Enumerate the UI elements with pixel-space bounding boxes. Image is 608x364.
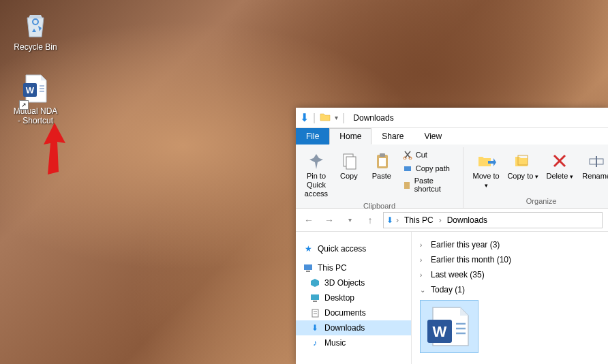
divider: |: [313, 112, 316, 124]
file-list-pane[interactable]: › Earlier this year (3) › Earlier this m…: [412, 232, 608, 364]
nav-desktop[interactable]: Desktop: [296, 290, 411, 305]
ribbon-group-clipboard: Pin to Quick access Copy Paste Cut: [296, 147, 463, 208]
down-arrow-icon: ⬇: [386, 215, 393, 225]
3d-objects-icon: [309, 277, 320, 288]
nav-downloads[interactable]: ⬇ Downloads: [296, 320, 411, 335]
breadcrumb-downloads[interactable]: Downloads: [444, 215, 490, 225]
nav-label: 3D Objects: [324, 278, 365, 288]
copy-icon: [338, 150, 360, 172]
nav-label: Quick access: [318, 244, 366, 254]
nav-recent-dropdown[interactable]: ▾: [342, 213, 357, 228]
documents-icon: [309, 307, 320, 318]
ribbon-tabs: File Home Share View: [296, 128, 608, 145]
chevron-right-icon: ›: [420, 271, 427, 279]
rename-button[interactable]: Rename: [579, 149, 608, 182]
svg-rect-20: [313, 301, 317, 302]
svg-rect-13: [404, 182, 410, 189]
chevron-right-icon: ›: [396, 215, 399, 225]
svg-text:W: W: [26, 85, 35, 95]
rename-icon: [586, 150, 607, 172]
annotation-arrow-icon: [41, 123, 68, 180]
ribbon-label: Paste: [372, 172, 391, 181]
svg-rect-17: [304, 264, 312, 270]
group-label: Last week (35): [431, 270, 485, 279]
ribbon-label: Rename: [582, 172, 608, 181]
delete-icon: [549, 150, 571, 172]
nav-label: Downloads: [324, 323, 365, 333]
ribbon-label: Copy to: [507, 172, 538, 181]
nav-this-pc[interactable]: This PC: [296, 260, 411, 275]
group-label: Today (1): [431, 285, 465, 294]
ribbon-group-label: Organize: [526, 196, 557, 207]
down-arrow-icon[interactable]: ⬇: [300, 111, 309, 124]
copy-path-button[interactable]: Copy path: [399, 162, 457, 175]
chevron-down-icon: ⌄: [420, 286, 427, 294]
breadcrumb-bar: ← → ▾ ↑ ⬇ › This PC › Downloads: [296, 209, 608, 232]
tab-view[interactable]: View: [414, 128, 452, 145]
music-icon: ♪: [309, 337, 320, 348]
pin-to-quick-access-button[interactable]: Pin to Quick access: [301, 149, 331, 200]
tab-file[interactable]: File: [296, 128, 329, 145]
svg-rect-8: [380, 153, 385, 157]
chevron-right-icon: ›: [439, 215, 442, 225]
nav-up-button[interactable]: ↑: [363, 213, 378, 228]
nav-music[interactable]: ♪ Music: [296, 335, 411, 350]
ribbon-label: Paste shortcut: [414, 177, 455, 193]
copy-to-icon: [512, 150, 534, 172]
tab-share[interactable]: Share: [371, 128, 414, 145]
shortcut-overlay-icon: ↗: [19, 100, 29, 110]
cut-icon: [402, 149, 413, 160]
file-item-word-doc[interactable]: W: [420, 300, 478, 353]
group-today[interactable]: ⌄ Today (1): [420, 282, 600, 297]
tab-home[interactable]: Home: [329, 128, 371, 145]
svg-rect-9: [379, 158, 386, 166]
nav-label: This PC: [318, 263, 347, 273]
group-label: Earlier this month (10): [431, 255, 511, 264]
ribbon-label: Pin to Quick access: [303, 172, 330, 199]
folder-icon: [320, 112, 331, 124]
downloads-icon: ⬇: [309, 322, 320, 333]
breadcrumb[interactable]: ⬇ › This PC › Downloads: [383, 212, 603, 228]
ribbon: Pin to Quick access Copy Paste Cut: [296, 145, 608, 209]
move-to-button[interactable]: Move to: [469, 149, 503, 191]
svg-rect-12: [404, 166, 411, 171]
nav-documents[interactable]: Documents: [296, 305, 411, 320]
ribbon-label: Move to: [470, 172, 502, 189]
svg-rect-6: [346, 157, 356, 169]
nav-label: Desktop: [324, 293, 354, 303]
desktop-icon-recycle-bin[interactable]: Recycle Bin: [10, 5, 61, 55]
title-bar[interactable]: ⬇ | ▾ | Downloads: [296, 108, 608, 128]
ribbon-label: Copy path: [416, 164, 450, 172]
copy-path-icon: [402, 163, 413, 174]
ribbon-label: Cut: [416, 151, 427, 159]
chevron-right-icon: ›: [420, 241, 427, 249]
pin-icon: [305, 150, 327, 172]
svg-rect-19: [311, 294, 319, 300]
paste-shortcut-icon: [402, 179, 412, 190]
ribbon-group-organize: Move to Copy to Delete Rename Organize: [463, 147, 608, 208]
breadcrumb-this-pc[interactable]: This PC: [401, 215, 436, 225]
nav-quick-access[interactable]: ★ Quick access: [296, 241, 411, 256]
desktop-icon-label: Recycle Bin: [14, 42, 57, 52]
desktop-icon: [309, 292, 320, 303]
nav-forward-button[interactable]: →: [322, 213, 337, 228]
group-last-week[interactable]: › Last week (35): [420, 267, 600, 282]
copy-to-button[interactable]: Copy to: [506, 149, 540, 182]
ribbon-label: Copy: [340, 172, 358, 181]
nav-3d-objects[interactable]: 3D Objects: [296, 275, 411, 290]
group-earlier-this-month[interactable]: › Earlier this month (10): [420, 252, 600, 267]
qat-dropdown[interactable]: ▾: [335, 114, 338, 121]
paste-shortcut-button[interactable]: Paste shortcut: [399, 176, 457, 194]
delete-button[interactable]: Delete: [543, 149, 577, 182]
cut-button[interactable]: Cut: [399, 149, 457, 161]
group-earlier-this-year[interactable]: › Earlier this year (3): [420, 237, 600, 252]
quick-access-icon: ★: [303, 243, 314, 254]
recycle-bin-icon: [19, 8, 52, 41]
nav-back-button[interactable]: ←: [301, 213, 316, 228]
this-pc-icon: [303, 262, 314, 273]
chevron-right-icon: ›: [420, 256, 427, 264]
desktop-icon-mutual-nda[interactable]: W ↗ Mutual NDA - Shortcut: [10, 70, 61, 129]
paste-button[interactable]: Paste: [367, 149, 397, 182]
copy-button[interactable]: Copy: [334, 149, 364, 182]
divider: |: [342, 112, 345, 124]
